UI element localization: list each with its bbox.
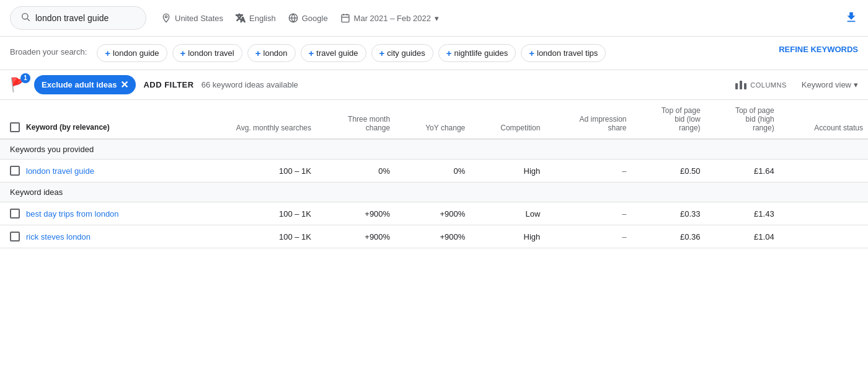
language-filter[interactable]: English xyxy=(236,13,276,23)
top-bar: london travel guide United States Englis… xyxy=(0,0,868,37)
row-yoy: 0% xyxy=(395,160,470,183)
add-filter-button[interactable]: ADD FILTER xyxy=(143,80,193,89)
date-range-label: Mar 2021 – Feb 2022 xyxy=(354,14,431,23)
col-header-top-low: Top of pagebid (lowrange) xyxy=(632,100,706,139)
network-label: Google xyxy=(302,14,328,23)
broaden-chip[interactable]: +london travel tips xyxy=(521,44,606,62)
row-keyword-name[interactable]: rick steves london xyxy=(26,232,91,241)
row-yoy: +900% xyxy=(395,225,470,248)
row-account-status xyxy=(779,202,868,225)
network-filter[interactable]: Google xyxy=(288,13,328,23)
row-keyword-cell: london travel guide xyxy=(0,160,188,183)
row-keyword-cell: rick steves london xyxy=(0,225,188,248)
row-top-low: £0.36 xyxy=(632,225,706,248)
col-keyword-label: Keyword (by relevance) xyxy=(26,123,110,132)
row-checkbox[interactable] xyxy=(10,209,20,219)
row-top-low: £0.33 xyxy=(632,202,706,225)
row-avg-searches: 100 – 1K xyxy=(188,160,316,183)
row-keyword-cell: best day trips from london xyxy=(0,202,188,225)
row-top-high: £1.64 xyxy=(706,160,779,183)
svg-rect-4 xyxy=(342,15,349,22)
chip-label: london xyxy=(264,48,288,58)
broaden-chip[interactable]: +travel guide xyxy=(301,44,366,62)
broaden-chip[interactable]: +nightlife guides xyxy=(438,44,516,62)
chip-plus-icon: + xyxy=(446,48,452,58)
broaden-chip[interactable]: +london travel xyxy=(172,44,242,62)
table-row: london travel guide 100 – 1K 0% 0% High … xyxy=(0,160,868,183)
chip-label: city guides xyxy=(387,48,425,58)
broaden-chip[interactable]: +london xyxy=(247,44,296,62)
chip-plus-icon: + xyxy=(309,48,314,58)
section-provided: Keywords you provided xyxy=(0,139,868,160)
date-filter[interactable]: Mar 2021 – Feb 2022 ▾ xyxy=(340,13,439,23)
row-competition: High xyxy=(470,160,545,183)
filter-badge: 1 xyxy=(20,73,30,83)
col-header-top-high: Top of pagebid (highrange) xyxy=(706,100,779,139)
location-filter[interactable]: United States xyxy=(161,13,223,23)
columns-icon xyxy=(735,81,746,89)
broaden-label: Broaden your search: xyxy=(10,47,87,58)
filter-icon-wrap[interactable]: 🚩 1 xyxy=(10,77,27,93)
date-dropdown-icon: ▾ xyxy=(435,14,439,23)
keyword-view-dropdown[interactable]: Keyword view ▾ xyxy=(802,80,858,89)
col-header-ad-impression: Ad impressionshare xyxy=(545,100,631,139)
section-ideas-label: Keyword ideas xyxy=(0,183,868,202)
broaden-section: Broaden your search: +london guide+londo… xyxy=(0,37,868,70)
broaden-chip[interactable]: +london guide xyxy=(97,44,167,62)
col-header-account-status: Account status xyxy=(779,100,868,139)
row-account-status xyxy=(779,160,868,183)
search-input-value: london travel guide xyxy=(35,13,108,23)
download-button[interactable] xyxy=(844,11,858,26)
keyword-count: 66 keyword ideas available xyxy=(202,80,298,89)
chip-label: london travel xyxy=(188,48,234,58)
row-checkbox[interactable] xyxy=(10,232,20,241)
row-ad-impression: – xyxy=(545,160,631,183)
row-competition: Low xyxy=(470,202,545,225)
chip-plus-icon: + xyxy=(180,48,186,58)
chip-label: nightlife guides xyxy=(454,48,508,58)
exclude-adult-ideas-pill[interactable]: Exclude adult ideas ✕ xyxy=(34,75,136,94)
col-header-competition: Competition xyxy=(470,100,545,139)
broaden-chip[interactable]: +city guides xyxy=(371,44,433,62)
row-top-high: £1.04 xyxy=(706,225,779,248)
exclude-pill-label: Exclude adult ideas xyxy=(42,80,117,89)
location-label: United States xyxy=(175,14,223,23)
broaden-chips: +london guide+london travel+london+trave… xyxy=(97,44,769,62)
row-yoy: +900% xyxy=(395,202,470,225)
chip-plus-icon: + xyxy=(529,48,534,58)
col-header-yoy: YoY change xyxy=(395,100,470,139)
col-header-three-month: Three monthchange xyxy=(316,100,395,139)
language-label: English xyxy=(249,14,276,23)
search-box[interactable]: london travel guide xyxy=(10,6,146,30)
keyword-view-label: Keyword view xyxy=(802,80,851,89)
chip-label: travel guide xyxy=(316,48,358,58)
col-header-avg-searches: Avg. monthly searches xyxy=(188,100,316,139)
col-header-checkbox-keyword: Keyword (by relevance) xyxy=(0,100,188,139)
keywords-table: Keyword (by relevance) Avg. monthly sear… xyxy=(0,100,868,248)
row-checkbox[interactable] xyxy=(10,166,20,176)
table-header-row: Keyword (by relevance) Avg. monthly sear… xyxy=(0,100,868,139)
keyword-view-chevron-icon: ▾ xyxy=(854,80,858,89)
keywords-table-wrap: Keyword (by relevance) Avg. monthly sear… xyxy=(0,100,868,248)
row-account-status xyxy=(779,225,868,248)
row-competition: High xyxy=(470,225,545,248)
top-bar-filters: United States English Google Mar 2021 – … xyxy=(161,13,830,23)
columns-label: COLUMNS xyxy=(750,81,787,89)
exclude-pill-close-icon[interactable]: ✕ xyxy=(120,79,128,91)
chip-label: london travel tips xyxy=(537,48,598,58)
section-ideas: Keyword ideas xyxy=(0,183,868,202)
chip-plus-icon: + xyxy=(255,48,261,58)
row-three-month: 0% xyxy=(316,160,395,183)
section-provided-label: Keywords you provided xyxy=(0,139,868,160)
filter-bar: 🚩 1 Exclude adult ideas ✕ ADD FILTER 66 … xyxy=(0,70,868,100)
chip-plus-icon: + xyxy=(105,48,110,58)
select-all-checkbox[interactable] xyxy=(10,122,20,132)
row-avg-searches: 100 – 1K xyxy=(188,202,316,225)
refine-keywords-button[interactable]: REFINE KEYWORDS xyxy=(779,44,858,55)
chip-label: london guide xyxy=(113,48,159,58)
search-icon xyxy=(20,12,30,24)
row-keyword-name[interactable]: london travel guide xyxy=(26,166,94,176)
columns-button[interactable]: COLUMNS xyxy=(735,81,787,89)
chip-plus-icon: + xyxy=(379,48,385,58)
row-keyword-name[interactable]: best day trips from london xyxy=(26,209,119,219)
